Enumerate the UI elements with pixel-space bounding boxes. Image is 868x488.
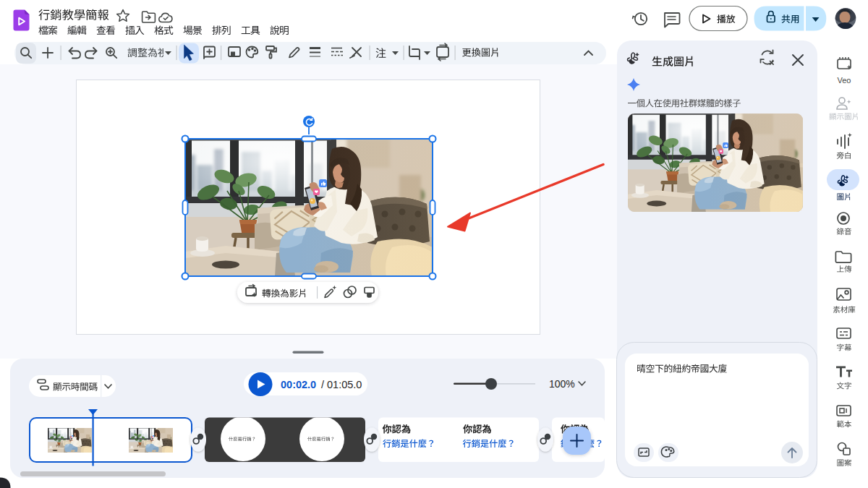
svg-text:Veo: Veo — [838, 76, 851, 85]
svg-text:/ 01:05.0: / 01:05.0 — [321, 379, 362, 390]
svg-text:00:02.0: 00:02.0 — [281, 379, 316, 390]
svg-text:100%: 100% — [549, 378, 575, 390]
